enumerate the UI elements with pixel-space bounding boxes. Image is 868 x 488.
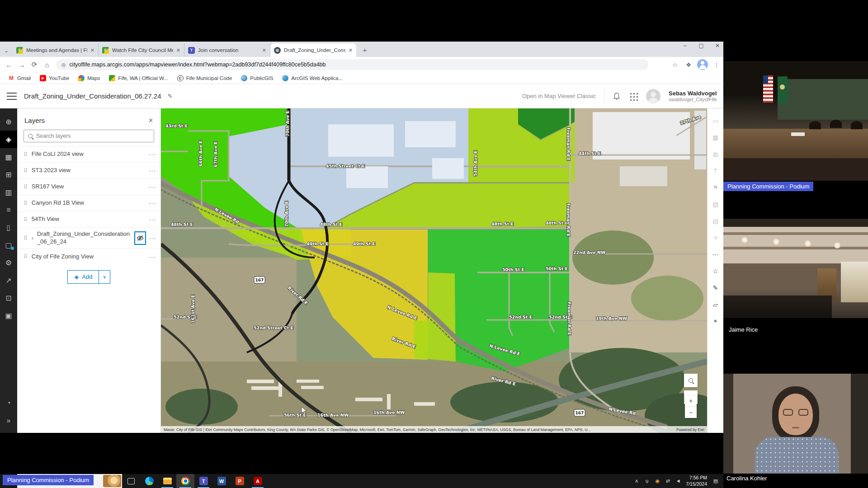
drag-handle-icon[interactable]: ⠿ [24,168,27,174]
tool-labels-icon[interactable]: ▧ [708,196,724,212]
tool-map-tools-icon[interactable]: ⌖ [708,313,724,329]
taskbar-edge[interactable] [140,474,158,488]
teams-status-icon[interactable]: ◉ [654,478,660,484]
notifications-bell-icon[interactable] [613,92,621,100]
video-feed-podium[interactable] [723,61,868,181]
browser-tab-2[interactable]: TJoin conversation✕ [184,43,270,57]
taskbar-acrobat[interactable]: A [249,474,267,488]
tool-filter-icon[interactable]: ◍ [708,145,724,162]
maximize-button[interactable]: ▢ [698,42,704,49]
layer-options-icon[interactable]: ··· [149,200,156,206]
action-center-icon[interactable]: ▤ [712,478,720,484]
bookmark-code[interactable]: CFife Municipal Code [174,75,236,81]
tab-search-chevron-icon[interactable]: ⌄ [0,44,13,57]
rail-tables-icon[interactable]: ▦ [0,148,17,166]
browser-profile-avatar[interactable] [697,59,708,70]
close-button[interactable]: ✕ [714,42,721,49]
drag-handle-icon[interactable]: ⠿ [24,151,27,158]
app-launcher-icon[interactable] [629,92,638,101]
tab-close-icon[interactable]: ✕ [90,47,94,53]
browser-tab-1[interactable]: FWatch Fife City Council Meetin✕ [99,43,184,57]
drag-handle-icon[interactable]: ⠿ [24,184,27,190]
zoom-in-button[interactable]: + [685,395,697,407]
url-bar[interactable]: ◎ cityoffife.maps.arcgis.com/apps/mapvie… [56,59,648,70]
layer-row-3[interactable]: ⠿Canyon Rd 1B View··· [17,195,160,211]
layer-row-2[interactable]: ⠿SR167 View··· [17,178,160,195]
bookmark-arcgis[interactable]: ArcGIS Web Applica... [278,75,346,81]
bookmark-star-icon[interactable]: ☆ [668,61,682,68]
taskbar-word[interactable]: W [212,474,231,488]
bookmark-gmail[interactable]: MGmail [5,75,34,81]
bookmark-maps[interactable]: Maps [75,75,104,81]
layer-options-icon[interactable]: ··· [149,183,156,190]
bookmark-fife[interactable]: Fife, WA | Official W... [105,75,171,81]
layer-search-input[interactable]: Search layers [24,130,154,142]
drag-handle-icon[interactable]: ⠿ [24,253,27,260]
expand-chevron-icon[interactable]: › [32,235,33,241]
reload-button[interactable]: ⟳ [28,61,41,69]
weather-widget[interactable] [103,475,121,487]
layer-options-icon[interactable]: ··· [149,167,156,174]
drag-handle-icon[interactable]: ⠿ [24,216,27,223]
tool-aggregation-icon[interactable]: ⚑ [708,179,724,196]
volume-icon[interactable]: ◄ [675,478,681,484]
tool-pop-ups-icon[interactable]: ▤ [708,212,724,229]
layer-row-0[interactable]: ⠿Fife CoLI 2024 view··· [17,146,160,162]
new-tab-button[interactable]: + [359,44,371,56]
layer-row-6[interactable]: ⠿City of Fife Zoning View··· [17,249,160,265]
layer-row-4[interactable]: ⠿54Th View··· [17,211,160,227]
layer-options-icon[interactable]: ··· [149,151,156,158]
extensions-icon[interactable]: ❖ [682,61,695,68]
user-avatar[interactable] [646,89,660,103]
browser-tab-3[interactable]: ◍Draft_Zoning_Under_Considera✕ [270,43,356,57]
rail-expand-rail-icon[interactable]: » [0,412,17,429]
rail-map-properties-icon[interactable]: ⚙ [0,254,17,272]
rail-share-map-icon[interactable]: ↗ [0,272,17,289]
tool-edit-icon[interactable]: ✎ [708,279,724,296]
tab-close-icon[interactable]: ✕ [262,47,266,53]
rail-print-icon[interactable]: ▣ [0,307,17,324]
taskbar-chrome[interactable] [176,474,194,488]
minimize-button[interactable]: – [682,42,688,49]
edit-title-icon[interactable]: ✎ [168,93,173,99]
rail-bookmarks-icon[interactable]: ▯ [0,219,17,236]
back-button[interactable]: ← [3,61,15,69]
visibility-eye-slash-button[interactable] [134,231,146,245]
close-panel-icon[interactable]: ✕ [148,117,153,124]
tool-fields-icon[interactable]: ≡ [708,229,724,246]
taskbar-task-view[interactable] [122,474,140,488]
rail-layers-icon[interactable]: ◈ [0,131,17,148]
map-search-button[interactable] [684,374,698,387]
tool-properties-icon[interactable]: ▭ [708,112,724,129]
zoom-out-button[interactable]: − [685,407,697,418]
tool-styles-icon[interactable]: ▦ [708,129,724,145]
rail-locate-icon[interactable]: ◔ [0,394,17,412]
open-classic-link[interactable]: Open in Map Viewer Classic [522,93,596,99]
layer-row-1[interactable]: ⠿ST3 2023 view··· [17,162,160,178]
video-feed-speaker[interactable] [723,374,868,474]
rail-create-app-icon[interactable]: ⊡ [0,289,17,307]
layer-row-5[interactable]: ⠿›Draft_Zoning_Under_Consideration _06_2… [17,227,160,249]
video-feed-room[interactable] [723,219,868,318]
tray-expand-icon[interactable]: ∧ [633,478,640,484]
taskbar-file-explorer[interactable] [158,474,176,488]
drag-handle-icon[interactable]: ⠿ [24,200,27,206]
browser-tab-0[interactable]: FMeetings and Agendas | Fife, W✕ [13,43,99,57]
rail-save-map-icon[interactable]: ▢ [0,236,17,254]
forward-button[interactable]: → [15,61,28,69]
drag-handle-icon[interactable]: ⠿ [24,235,27,241]
tab-close-icon[interactable]: ✕ [176,47,180,53]
map-canvas[interactable]: 167167 43rd St E45th Street Ct E44th St … [161,108,707,433]
rail-legend-icon[interactable]: ≡ [0,201,17,219]
tool-effects-icon[interactable]: ⇡ [708,162,724,179]
hamburger-menu-icon[interactable] [7,93,17,100]
network-icon[interactable]: ⇄ [665,478,671,484]
rail-add-data-icon[interactable]: ⊕ [0,113,17,131]
rail-charts-icon[interactable]: ▥ [0,183,17,201]
layer-options-icon[interactable]: ··· [149,235,156,241]
layer-options-icon[interactable]: ··· [149,216,156,223]
mic-icon[interactable]: ⍦ [644,478,650,484]
home-button[interactable]: ⌂ [41,61,53,69]
tool-sketch-icon[interactable]: ▱ [708,296,724,313]
add-layer-button[interactable]: ◈Add ∨ [67,270,110,284]
